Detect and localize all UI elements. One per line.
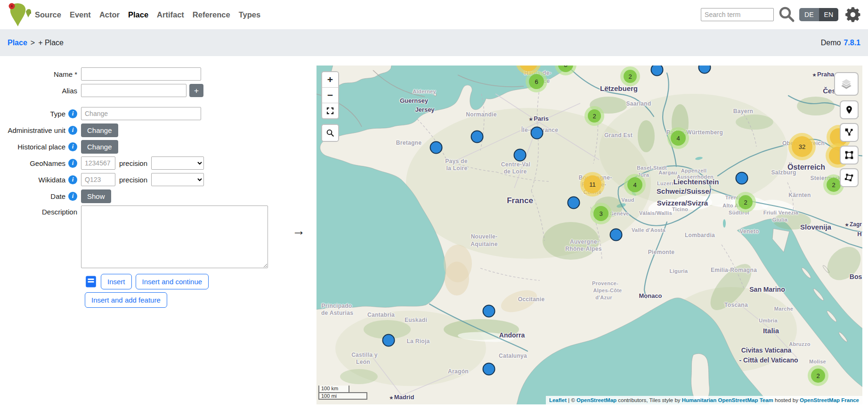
geonames-precision-select[interactable] — [151, 156, 204, 170]
insert-and-add-feature-button[interactable]: Insert and add feature — [85, 292, 167, 308]
nav-item-source[interactable]: Source — [35, 10, 61, 19]
cluster-marker[interactable]: 4 — [624, 174, 646, 196]
geonames-precision-label: precision — [119, 159, 147, 167]
map-attribution: Leaflet | © OpenStreetMap contributors, … — [546, 396, 862, 404]
map-label: Molise — [809, 359, 826, 364]
nav-item-reference[interactable]: Reference — [193, 10, 230, 19]
alias-input[interactable] — [81, 84, 187, 97]
wikidata-precision-select[interactable] — [151, 173, 204, 186]
description-label: Description — [3, 206, 81, 216]
place-marker[interactable] — [736, 172, 748, 185]
attribution-text: contributors, Tiles style by — [617, 397, 682, 403]
administrative-unit-row: Administrative unit i Change — [3, 123, 285, 137]
layers-control[interactable] — [834, 72, 859, 96]
administrative-unit-info-icon[interactable]: i — [68, 126, 77, 135]
main-menu: SourceEventActorPlaceArtifactReferenceTy… — [35, 10, 260, 19]
place-marker[interactable] — [531, 127, 544, 140]
attribution-link[interactable]: OpenStreetMap France — [800, 397, 859, 403]
add-marker-control[interactable] — [840, 100, 859, 119]
top-navigation-bar: SourceEventActorPlaceArtifactReferenceTy… — [0, 0, 868, 29]
map-label: Centre-Val — [501, 161, 530, 168]
draw-rectangle-control[interactable] — [840, 146, 859, 164]
scale-control: 100 km 100 mi — [318, 386, 367, 400]
name-input[interactable] — [81, 67, 201, 81]
map-label: France — [507, 196, 533, 206]
cluster-marker[interactable]: 2 — [808, 365, 828, 386]
map-label: Alpes-Côte — [593, 288, 622, 293]
date-show-button[interactable]: Show — [81, 189, 111, 203]
manual-book-icon[interactable] — [85, 275, 97, 288]
date-info-icon[interactable]: i — [68, 192, 77, 201]
geonames-label: GeoNames i — [3, 159, 81, 168]
topbar-right: DE EN — [701, 4, 863, 25]
version-info: Demo 7.8.1 — [821, 39, 860, 47]
place-marker[interactable] — [568, 197, 580, 209]
breadcrumb-place-link[interactable]: Place — [8, 39, 27, 47]
search-input[interactable] — [701, 8, 774, 21]
type-info-icon[interactable]: i — [68, 109, 77, 118]
description-textarea[interactable] — [81, 206, 268, 268]
geonames-info-icon[interactable]: i — [68, 159, 77, 168]
settings-gear-icon[interactable] — [842, 4, 863, 25]
zoom-out-button[interactable]: − — [322, 88, 338, 103]
map-label: Lombardia — [685, 232, 715, 238]
place-marker[interactable] — [483, 305, 495, 318]
map-label: ★Paris — [529, 115, 549, 122]
cluster-marker[interactable]: 2 — [584, 106, 604, 126]
draw-polyline-control[interactable] — [840, 123, 859, 142]
map-search-icon[interactable] — [322, 125, 338, 141]
wikidata-input[interactable] — [81, 173, 115, 186]
place-marker[interactable] — [471, 131, 484, 143]
place-marker[interactable] — [430, 141, 443, 154]
cluster-marker[interactable]: 2 — [620, 66, 640, 86]
nav-item-types[interactable]: Types — [239, 10, 260, 19]
insert-button[interactable]: Insert — [101, 274, 132, 289]
geonames-input[interactable] — [81, 156, 115, 170]
cluster-marker[interactable]: 2 — [735, 192, 756, 213]
map-label: Emilia-Romagna — [711, 267, 757, 273]
wikidata-row: Wikidata i precision — [3, 173, 285, 187]
lang-de-button[interactable]: DE — [799, 8, 819, 21]
alias-label: Alias — [3, 87, 81, 95]
nav-item-event[interactable]: Event — [70, 10, 91, 19]
insert-and-continue-button[interactable]: Insert and continue — [136, 274, 209, 289]
cluster-marker[interactable]: 11 — [580, 172, 605, 197]
form-actions-2: Insert and add feature — [85, 292, 285, 308]
map-label: Slovenija — [800, 223, 831, 231]
map-label: Nouvelle- — [471, 233, 498, 240]
search-icon[interactable] — [777, 5, 796, 24]
map-label: Schweiz/Suisse/ — [657, 187, 711, 195]
app-logo-icon[interactable] — [7, 2, 31, 27]
map-label: Saarland — [626, 100, 651, 107]
map-label: ★Madrid — [389, 394, 414, 401]
nav-item-place[interactable]: Place — [128, 10, 148, 19]
leaflet-map[interactable]: GuernseyJerseyAlderneyNormandieBretagneH… — [316, 66, 862, 404]
nav-item-actor[interactable]: Actor — [99, 10, 120, 19]
attribution-link[interactable]: Leaflet — [549, 397, 567, 403]
cluster-marker[interactable]: 32 — [788, 133, 816, 160]
type-input[interactable] — [81, 107, 201, 120]
map-label: Alderney — [413, 89, 436, 94]
wikidata-info-icon[interactable]: i — [68, 175, 77, 184]
map-label: Valle d'Aosta — [632, 227, 665, 233]
place-marker[interactable] — [514, 149, 527, 162]
historical-place-info-icon[interactable]: i — [68, 142, 77, 151]
draw-polygon-control[interactable] — [840, 168, 859, 187]
lang-en-button[interactable]: EN — [819, 8, 838, 21]
administrative-unit-change-button[interactable]: Change — [81, 123, 118, 137]
place-marker[interactable] — [610, 229, 623, 241]
nav-item-artifact[interactable]: Artifact — [157, 10, 184, 19]
cluster-marker[interactable]: 3 — [590, 203, 612, 224]
date-label: Date i — [3, 192, 81, 201]
historical-place-change-button[interactable]: Change — [81, 140, 118, 154]
attribution-link[interactable]: Humanitarian OpenStreetMap Team — [682, 397, 773, 403]
place-marker[interactable] — [382, 334, 395, 347]
attribution-link[interactable]: OpenStreetMap — [576, 397, 617, 403]
add-alias-button[interactable]: + — [189, 84, 203, 97]
cluster-marker[interactable]: 4 — [667, 127, 689, 149]
place-marker[interactable] — [483, 363, 495, 376]
version-link[interactable]: 7.8.1 — [844, 39, 860, 47]
fullscreen-button[interactable] — [322, 103, 338, 118]
zoom-in-button[interactable]: + — [322, 72, 338, 88]
map-label: Svizzera/Svizra — [657, 199, 708, 207]
